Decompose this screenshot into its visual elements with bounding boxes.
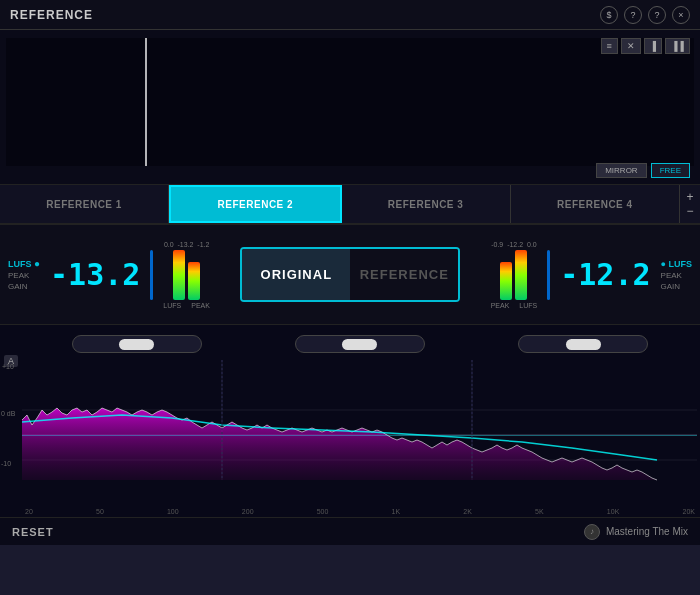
- left-meter-bars-group: 0.0 -13.2 -1.2 LUFS PEAK: [163, 241, 210, 309]
- freq-5k: 5K: [535, 508, 544, 515]
- orig-ref-toggle: ORIGINAL REFERENCE: [216, 247, 485, 302]
- left-bar-labels: LUFS PEAK: [163, 302, 210, 309]
- waveform-controls: ≡ ✕ ▐ ▐▐: [601, 38, 690, 54]
- waveform-section: ≡ ✕ ▐ ▐▐ (function() { var bars = ''; va…: [0, 30, 700, 185]
- right-peak-label: PEAK: [661, 271, 692, 280]
- right-peak-bar: [500, 262, 512, 300]
- right-meter-numbers: -0.9 -12.2 0.0: [491, 241, 537, 248]
- freq-labels: 20 50 100 200 500 1K 2K 5K 10K 20K: [25, 508, 695, 515]
- freq-1k: 1K: [392, 508, 401, 515]
- help2-icon[interactable]: ?: [648, 6, 666, 24]
- freq-500: 500: [317, 508, 329, 515]
- band-slider-1-thumb: [119, 339, 154, 350]
- brand-icon: ♪: [584, 524, 600, 540]
- right-meter-bars-group: -0.9 -12.2 0.0 PEAK LUFS: [491, 241, 538, 309]
- svg-rect-0: [6, 38, 694, 166]
- band-slider-3[interactable]: [518, 335, 648, 353]
- reference-label: REFERENCE: [360, 267, 449, 282]
- band-slider-2-thumb: [342, 339, 377, 350]
- left-lufs-bar-label: LUFS: [163, 302, 181, 309]
- original-spectrum: [22, 408, 697, 480]
- left-meter-numbers: 0.0 -13.2 -1.2: [164, 241, 210, 248]
- db-zero-label: 0 dB: [1, 410, 15, 417]
- free-button[interactable]: FREE: [651, 163, 690, 178]
- left-gain-line: [150, 250, 153, 300]
- svg-rect-12: [22, 435, 697, 436]
- add-tab-button[interactable]: +: [686, 191, 693, 203]
- freq-10k: 10K: [607, 508, 619, 515]
- close-waveform-icon[interactable]: ✕: [621, 38, 641, 54]
- db-plus10-label: +10: [2, 363, 14, 370]
- left-meter-bars: [173, 250, 200, 300]
- right-lufs-bar-label: LUFS: [519, 302, 537, 309]
- status-bar: RESET ♪ Mastering The Mix: [0, 517, 700, 545]
- freq-200: 200: [242, 508, 254, 515]
- waveform-display: (function() { var bars = ''; var cx = 68…: [6, 38, 694, 166]
- tab-reference-3[interactable]: REFERENCE 3: [342, 185, 511, 223]
- remove-tab-button[interactable]: −: [686, 205, 693, 217]
- band-slider-2[interactable]: [295, 335, 425, 353]
- right-meter-labels: ● LUFS PEAK GAIN: [661, 259, 692, 291]
- original-label: ORIGINAL: [261, 267, 333, 282]
- tab-add-remove: + −: [680, 185, 700, 223]
- tab-reference-4[interactable]: REFERENCE 4: [511, 185, 680, 223]
- tab-reference-2[interactable]: REFERENCE 2: [169, 185, 341, 223]
- reset-button[interactable]: RESET: [12, 526, 54, 538]
- band-sliders: [25, 335, 695, 353]
- original-button[interactable]: ORIGINAL: [242, 249, 350, 300]
- waveform-mode-controls: MIRROR FREE: [596, 163, 690, 178]
- tabs-section: REFERENCE 1 REFERENCE 2 REFERENCE 3 REFE…: [0, 185, 700, 225]
- left-gain-label: GAIN: [8, 282, 40, 291]
- dollar-icon[interactable]: $: [600, 6, 618, 24]
- tab-reference-1[interactable]: REFERENCE 1: [0, 185, 169, 223]
- reference-button[interactable]: REFERENCE: [350, 249, 458, 300]
- mirror-button[interactable]: MIRROR: [596, 163, 646, 178]
- db-minus10-label: -10: [1, 460, 11, 467]
- right-lufs-reading: -12.2: [560, 257, 650, 292]
- left-lufs-bar: [173, 250, 185, 300]
- left-peak-bar: [188, 262, 200, 300]
- right-lufs-label: ● LUFS: [661, 259, 692, 269]
- right-gain-line: [547, 250, 550, 300]
- bar-chart-icon[interactable]: ▐: [644, 38, 662, 54]
- right-peak-bar-label: PEAK: [491, 302, 510, 309]
- freq-50: 50: [96, 508, 104, 515]
- right-lufs-bar: [515, 250, 527, 300]
- title-bar: REFERENCE $ ? ? ×: [0, 0, 700, 30]
- freq-20k: 20K: [683, 508, 695, 515]
- orig-ref-box: ORIGINAL REFERENCE: [240, 247, 460, 302]
- freq-20: 20: [25, 508, 33, 515]
- freq-2k: 2K: [463, 508, 472, 515]
- freq-100: 100: [167, 508, 179, 515]
- left-peak-label: PEAK: [8, 271, 40, 280]
- branding: ♪ Mastering The Mix: [584, 524, 688, 540]
- dual-bar-icon[interactable]: ▐▐: [665, 38, 690, 54]
- meter-section: LUFS ● PEAK GAIN -13.2 0.0 -13.2 -1.2 LU…: [0, 225, 700, 325]
- brand-name: Mastering The Mix: [606, 526, 688, 537]
- left-peak-bar-label: PEAK: [191, 302, 210, 309]
- left-lufs-reading: -13.2: [50, 257, 140, 292]
- right-gain-label: GAIN: [661, 282, 692, 291]
- help-icon[interactable]: ?: [624, 6, 642, 24]
- band-slider-3-thumb: [566, 339, 601, 350]
- eq-section: A +10 0 dB -10: [0, 325, 700, 517]
- close-icon[interactable]: ×: [672, 6, 690, 24]
- right-meter-bars: [500, 250, 527, 300]
- menu-icon[interactable]: ≡: [601, 38, 618, 54]
- left-lufs-label: LUFS ●: [8, 258, 40, 269]
- title-bar-icons: $ ? ? ×: [600, 6, 690, 24]
- app-title: REFERENCE: [10, 8, 93, 22]
- left-meter-labels: LUFS ● PEAK GAIN: [8, 258, 40, 291]
- right-bar-labels: PEAK LUFS: [491, 302, 538, 309]
- spectrum-display: [22, 360, 697, 515]
- band-slider-1[interactable]: [72, 335, 202, 353]
